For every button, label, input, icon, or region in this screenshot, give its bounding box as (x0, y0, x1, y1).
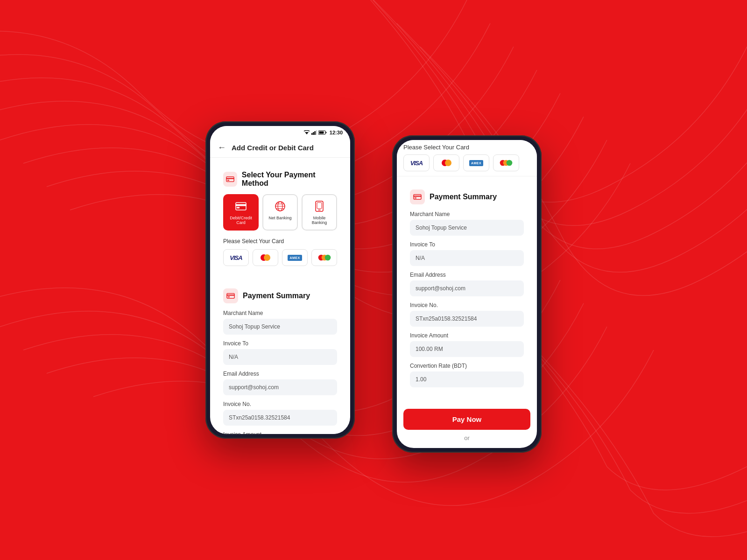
amex-logo-right: AMEX (469, 160, 483, 166)
phone-left: 12:30 ← Add Credit or Debit Card (205, 121, 355, 439)
summary-icon-left (223, 288, 238, 303)
time-left: 12:30 (330, 130, 343, 135)
field-email-left: Email Address (223, 371, 337, 395)
select-card-top: Please Select Your Card VISA AMEX (397, 140, 537, 176)
merchant-value-right[interactable] (410, 220, 524, 236)
svg-rect-13 (237, 207, 240, 208)
wifi-icon (303, 130, 310, 135)
conversion-value-right[interactable] (410, 371, 524, 387)
merchant-label-left: Marchant Name (223, 310, 337, 316)
invoice-amount-label-right: Invoice Amount (410, 332, 524, 339)
phone-content-left[interactable]: Select Your Payment Method (210, 158, 350, 434)
card-visa-right[interactable]: VISA (403, 154, 430, 171)
svg-rect-27 (228, 296, 230, 297)
payment-section-title: Select Your Payment Method (242, 171, 337, 188)
field-invoice-no-right: Invoice No. (410, 302, 524, 327)
field-invoice-amount-right: Invoice Amount (410, 332, 524, 357)
field-invoice-to-right: Invoice To (410, 241, 524, 266)
invoice-to-label-left: Invoice To (223, 340, 337, 347)
card-mastercard[interactable] (253, 249, 278, 266)
phone-content-right[interactable]: Payment Summary Marchant Name Invoice To… (397, 176, 537, 448)
dutch-bangla-logo (318, 253, 331, 262)
option-mobile-banking[interactable]: Mobile Banking (302, 194, 337, 231)
email-label-left: Email Address (223, 371, 337, 377)
email-label-right: Email Address (410, 272, 524, 278)
header-title-left: Add Credit or Debit Card (232, 144, 314, 152)
back-button-left[interactable]: ← (218, 143, 226, 153)
battery-icon (318, 130, 327, 135)
field-merchant-left: Marchant Name (223, 310, 337, 335)
invoice-no-label-right: Invoice No. (410, 302, 524, 308)
or-text: or (403, 434, 530, 441)
svg-rect-33 (415, 197, 417, 198)
invoice-to-value-right[interactable] (410, 250, 524, 266)
svg-rect-10 (227, 180, 230, 181)
email-value-right[interactable] (410, 280, 524, 296)
field-conversion-right: Convertion Rate (BDT) (410, 363, 524, 387)
payment-section-icon (223, 172, 237, 187)
payment-summary-section-left: Payment Summary Marchant Name Invoice To… (217, 282, 344, 434)
visa-logo: VISA (230, 254, 242, 261)
mc-logo-right (442, 160, 451, 166)
invoice-amount-value-right[interactable] (410, 341, 524, 357)
invoice-amount-label-left: Invoice Amount (223, 431, 337, 434)
svg-point-30 (507, 160, 513, 166)
summary-title-left: Payment Summary (243, 292, 310, 300)
visa-logo-right: VISA (410, 160, 423, 167)
select-card-top-text: Please Select Your Card (403, 144, 530, 151)
field-merchant-right: Marchant Name (410, 211, 524, 236)
svg-rect-2 (313, 132, 314, 135)
email-value-left[interactable] (223, 379, 337, 395)
svg-rect-26 (227, 294, 234, 295)
svg-rect-25 (227, 294, 234, 299)
payment-summary-section-right: Payment Summary Marchant Name Invoice To… (403, 183, 530, 399)
merchant-label-right: Marchant Name (410, 211, 524, 217)
status-bar-left: 12:30 (210, 126, 350, 139)
svg-point-24 (324, 255, 331, 261)
invoice-to-value-left[interactable] (223, 349, 337, 365)
svg-rect-7 (319, 132, 324, 134)
mastercard-logo (261, 254, 270, 261)
option-net-banking[interactable]: Net Banking (262, 194, 298, 231)
field-invoice-amount-left: Invoice Amount (223, 431, 337, 434)
option-debit-label: Debit/Credit Card (227, 216, 255, 225)
pay-now-button[interactable]: Pay Now (403, 409, 530, 430)
svg-marker-0 (305, 132, 309, 134)
svg-rect-6 (325, 132, 326, 133)
option-mobile-label: Mobile Banking (305, 216, 333, 225)
svg-rect-12 (236, 204, 246, 206)
signal-icon (311, 130, 317, 135)
card-mc-right[interactable] (433, 154, 459, 171)
invoice-no-label-left: Invoice No. (223, 401, 337, 407)
invoice-to-label-right: Invoice To (410, 241, 524, 248)
reset-button[interactable]: Reset (403, 446, 530, 448)
card-options: VISA AMEX (223, 249, 337, 266)
option-debit-card[interactable]: Debit/Credit Card (223, 194, 259, 231)
card-options-right-top: VISA AMEX (403, 154, 530, 171)
card-visa[interactable]: VISA (223, 249, 249, 266)
dutch-logo-right (500, 158, 513, 168)
payment-method-section: Select Your Payment Method (217, 164, 344, 274)
invoice-no-value-left[interactable] (223, 410, 337, 426)
merchant-value-left[interactable] (223, 319, 337, 335)
card-dutch-right[interactable] (493, 154, 519, 171)
svg-rect-9 (226, 178, 234, 179)
summary-icon-right (410, 189, 425, 204)
card-amex[interactable]: AMEX (282, 249, 308, 266)
svg-rect-8 (226, 177, 234, 182)
svg-rect-3 (314, 131, 316, 135)
conversion-label-right: Convertion Rate (BDT) (410, 363, 524, 369)
svg-rect-32 (414, 196, 421, 196)
invoice-no-value-right[interactable] (410, 311, 524, 327)
card-dutch[interactable] (311, 249, 337, 266)
svg-rect-4 (316, 130, 317, 135)
phones-container: 12:30 ← Add Credit or Debit Card (205, 107, 542, 453)
card-select-label: Please Select Your Card (223, 238, 337, 245)
card-amex-right[interactable]: AMEX (463, 154, 489, 171)
field-email-right: Email Address (410, 272, 524, 296)
amex-logo: AMEX (288, 255, 302, 261)
phone-right: Please Select Your Card VISA AMEX (392, 135, 542, 453)
payment-options: Debit/Credit Card (223, 194, 337, 231)
summary-title-right: Payment Summary (430, 193, 497, 201)
svg-rect-11 (236, 203, 246, 210)
